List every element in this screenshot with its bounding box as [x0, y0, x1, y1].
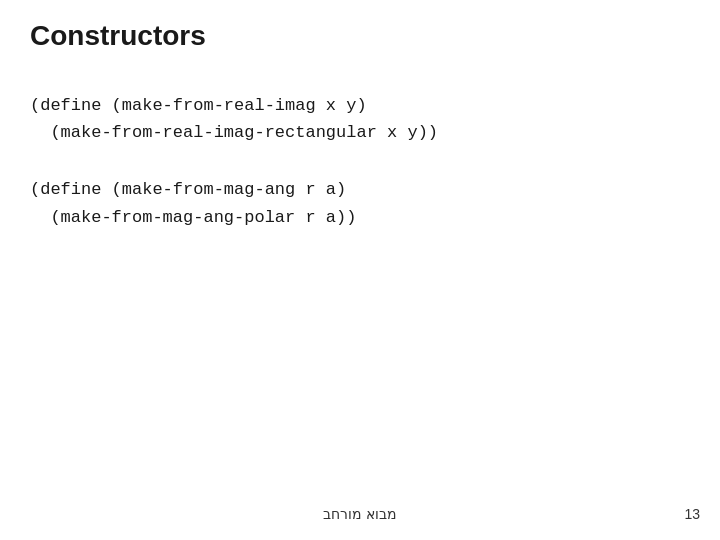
- code-line-2-1: (define (make-from-mag-ang r a): [30, 176, 690, 203]
- code-line-1-1: (define (make-from-real-imag x y): [30, 92, 690, 119]
- code-block-2: (define (make-from-mag-ang r a) (make-fr…: [30, 176, 690, 230]
- code-block-1: (define (make-from-real-imag x y) (make-…: [30, 92, 690, 146]
- slide-title: Constructors: [30, 20, 690, 52]
- footer-text: מבוא מורחב: [323, 506, 397, 522]
- code-line-2-2: (make-from-mag-ang-polar r a)): [30, 204, 690, 231]
- code-line-1-2: (make-from-real-imag-rectangular x y)): [30, 119, 690, 146]
- slide-container: Constructors (define (make-from-real-ima…: [0, 0, 720, 540]
- slide-number: 13: [684, 506, 700, 522]
